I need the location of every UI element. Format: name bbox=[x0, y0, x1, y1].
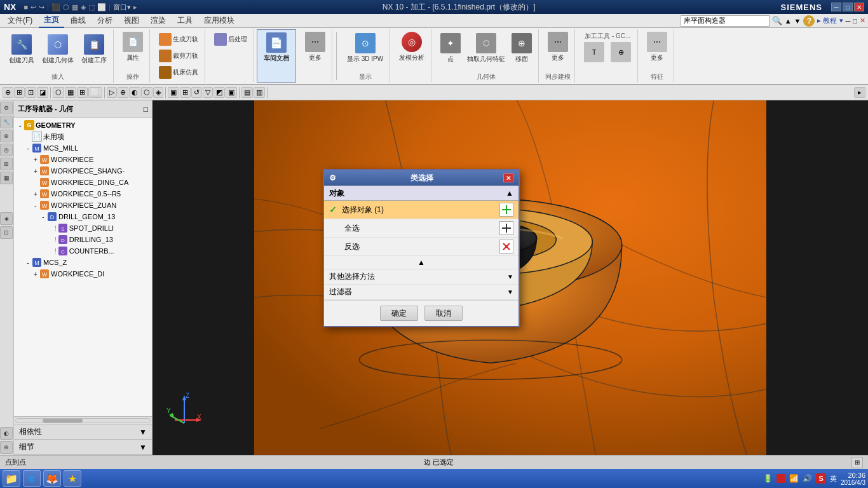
invert-icon[interactable] bbox=[499, 240, 513, 254]
menu-render[interactable]: 渲染 bbox=[146, 14, 171, 27]
machine-btn[interactable]: 机床仿真 bbox=[156, 65, 201, 80]
taskbar-star-btn[interactable]: ★ bbox=[64, 470, 81, 487]
search-icon[interactable]: 🔍 bbox=[772, 16, 782, 25]
strip-icon-tools[interactable]: 🔧 bbox=[0, 116, 13, 128]
nav-down-icon[interactable]: ▼ bbox=[794, 17, 801, 25]
strip-icon-bottom1[interactable]: ◐ bbox=[0, 427, 13, 440]
strip-icon-coord[interactable]: ⊞ bbox=[0, 158, 13, 170]
menu-curve[interactable]: 曲线 bbox=[65, 14, 91, 27]
taskbar-ie-btn[interactable]: e bbox=[23, 470, 41, 487]
toolbar-icon2[interactable]: ↩ bbox=[31, 3, 36, 11]
tree-item-workpiece-05[interactable]: + W WORKPIECE_0.5--R5 bbox=[31, 188, 151, 200]
workshop-btn[interactable]: 📄 车间文档 bbox=[261, 31, 292, 79]
toolbar-icon4[interactable]: ⬛ bbox=[51, 3, 60, 11]
strip-icon-path[interactable]: ⊕ bbox=[0, 130, 13, 142]
tb3-icon8[interactable]: ⬜ bbox=[88, 87, 102, 98]
close-button[interactable]: ✕ bbox=[854, 3, 864, 11]
menu-analyze[interactable]: 分析 bbox=[92, 14, 118, 27]
tree-item-mcs-z[interactable]: - M MCS_Z bbox=[23, 257, 151, 268]
taskbar-files-btn[interactable]: 📁 bbox=[3, 470, 20, 487]
dialog-close-button[interactable]: ✕ bbox=[503, 173, 513, 182]
tb3-icon15[interactable]: ⊞ bbox=[180, 87, 191, 98]
tb3-icon21[interactable]: ▥ bbox=[254, 87, 265, 98]
mold-btn[interactable]: ◎ 发模分析 bbox=[397, 30, 427, 81]
tb3-icon12[interactable]: ⬡ bbox=[141, 87, 153, 98]
create-tool-btn[interactable]: 🔧 创建刀具 bbox=[6, 33, 37, 66]
post-btn[interactable]: 后处理 bbox=[212, 32, 250, 47]
win-close2[interactable]: ✕ bbox=[860, 17, 865, 25]
tb3-icon19[interactable]: ▣ bbox=[226, 87, 237, 98]
expand-mcs-mill[interactable]: - bbox=[24, 145, 32, 152]
menu-view[interactable]: 视图 bbox=[119, 14, 144, 27]
help-icon[interactable]: ? bbox=[803, 15, 815, 27]
tb3-icon5[interactable]: ⬡ bbox=[53, 87, 64, 98]
feature-more-btn[interactable]: ⋯ 更多 bbox=[644, 30, 670, 71]
strip-icon-extra2[interactable]: ⊡ bbox=[0, 226, 13, 239]
tb3-icon13[interactable]: ◈ bbox=[153, 87, 163, 98]
create-work-btn[interactable]: 📋 创建工序 bbox=[79, 33, 109, 66]
menu-tools[interactable]: 工具 bbox=[172, 14, 198, 27]
select-object-row[interactable]: ✓ 选择对象 (1) bbox=[324, 201, 519, 219]
viewport[interactable]: Z X Y ⚙ 类选择 ✕ 对象 ▲ bbox=[153, 100, 868, 455]
select-all-row[interactable]: 全选 bbox=[324, 219, 519, 238]
strip-icon-view[interactable]: ◎ bbox=[0, 144, 13, 156]
point-btn[interactable]: ✦ 点 bbox=[438, 32, 463, 65]
tutorial-link[interactable]: ▸ 教程 ▾ bbox=[817, 16, 843, 25]
tb3-icon18[interactable]: ◩ bbox=[214, 87, 225, 98]
tb3-icon4[interactable]: ◪ bbox=[37, 87, 48, 98]
menu-home[interactable]: 主页 bbox=[39, 13, 64, 28]
detail-row[interactable]: 细节 ▼ bbox=[14, 440, 152, 455]
tb3-icon3[interactable]: ⊡ bbox=[25, 87, 36, 98]
view-orient-btn[interactable]: ⊙ 显示 3D IPW bbox=[344, 32, 386, 65]
toolbar-icon6[interactable]: ▦ bbox=[72, 3, 78, 11]
select-object-icon[interactable] bbox=[499, 203, 513, 217]
tree-item-workpiece-ding[interactable]: W WORKPIECE_DING_CA bbox=[31, 177, 151, 188]
expand-workpiece[interactable]: + bbox=[32, 156, 39, 163]
tb3-icon6[interactable]: ▦ bbox=[65, 87, 76, 98]
tree-item-mcs-mill[interactable]: - M MCS_MILL bbox=[23, 142, 151, 154]
props-btn[interactable]: 📄 属性 bbox=[120, 30, 146, 71]
tb3-icon17[interactable]: ▽ bbox=[203, 87, 213, 98]
tb3-icon20[interactable]: ▤ bbox=[241, 87, 253, 98]
tb3-icon1[interactable]: ⊕ bbox=[3, 87, 13, 98]
toolbar-icon7[interactable]: ◈ bbox=[81, 3, 86, 11]
cut-tool-btn[interactable]: 裁剪刀轨 bbox=[156, 48, 201, 64]
machinetool-btn1[interactable]: T bbox=[581, 41, 607, 65]
tree-item-workpiece-zuan[interactable]: - W WORKPIECE_ZUAN bbox=[31, 200, 151, 211]
object-section-header[interactable]: 对象 ▲ bbox=[324, 186, 519, 201]
nav-up-icon[interactable]: ▲ bbox=[785, 17, 792, 25]
toolbar-icon3[interactable]: ↪ bbox=[39, 3, 44, 11]
menu-file[interactable]: 文件(F) bbox=[3, 14, 37, 27]
tree-item-drilling[interactable]: ! D DRILLING_13 bbox=[46, 234, 151, 245]
strip-icon-op[interactable]: ▦ bbox=[0, 172, 13, 184]
taskbar-firefox-btn[interactable]: 🦊 bbox=[43, 470, 61, 487]
toolbar-icon9[interactable]: ⬜ bbox=[97, 3, 106, 11]
extract-btn[interactable]: ⬡ 抽取几何特征 bbox=[465, 32, 508, 65]
tb3-icon9[interactable]: ▷ bbox=[107, 87, 117, 98]
tb3-icon11[interactable]: ◐ bbox=[129, 87, 140, 98]
tree-item-unused[interactable]: 📄 未用项 bbox=[23, 131, 151, 142]
strip-icon-bottom2[interactable]: ⊕ bbox=[0, 441, 13, 454]
tb3-icon16[interactable]: ↺ bbox=[191, 87, 202, 98]
search-input[interactable] bbox=[681, 15, 770, 27]
ok-button[interactable]: 确定 bbox=[380, 306, 418, 321]
tree-item-spot-drill[interactable]: ! S SPOT_DRILLI bbox=[46, 222, 151, 234]
expand-geometry[interactable]: - bbox=[17, 122, 24, 129]
tree-item-workpiece-shang[interactable]: + W WORKPIECE_SHANG- bbox=[31, 165, 151, 177]
minimize-button[interactable]: ─ bbox=[831, 3, 841, 11]
select-all-icon[interactable] bbox=[499, 221, 513, 235]
machinetool-btn2[interactable]: ⊕ bbox=[608, 41, 634, 65]
tree-item-drill-geom[interactable]: - D DRILL_GEOM_13 bbox=[38, 211, 151, 222]
nav-close-btn[interactable]: □ bbox=[144, 105, 148, 114]
other-methods-row[interactable]: 其他选择方法 ▼ bbox=[324, 269, 519, 285]
restore-button[interactable]: □ bbox=[843, 3, 853, 11]
status-right-icon[interactable]: ⊞ bbox=[851, 457, 863, 468]
toolbar-icon8[interactable]: ⬚ bbox=[88, 3, 95, 11]
more1-btn[interactable]: ⋯ 更多 bbox=[302, 30, 328, 81]
expand-mcs-z[interactable]: - bbox=[24, 259, 32, 266]
dialog-title[interactable]: ⚙ 类选择 ✕ bbox=[324, 170, 519, 186]
tree-item-geometry[interactable]: - G GEOMETRY bbox=[15, 119, 151, 131]
tb3-icon2[interactable]: ⊞ bbox=[14, 87, 25, 98]
window-menu[interactable]: 窗口▾ bbox=[113, 3, 131, 12]
more2-btn[interactable]: ⋯ 更多 bbox=[545, 30, 571, 71]
